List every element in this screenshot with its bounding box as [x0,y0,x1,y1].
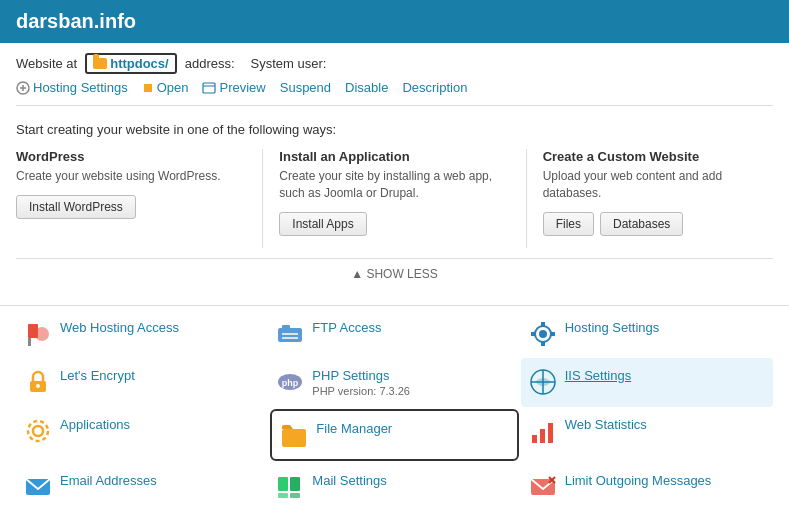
grid-item-hosting-settings[interactable]: Hosting Settings [521,310,773,358]
divider-1 [16,105,773,106]
custom-website-card: Create a Custom Website Upload your web … [527,149,773,248]
features-grid: Web Hosting Access FTP Access Hosting Se… [16,310,773,511]
wordpress-desc: Create your website using WordPress. [16,168,246,185]
grid-item-web-hosting-access[interactable]: Web Hosting Access [16,310,268,358]
httpdocs-badge[interactable]: httpdocs/ [85,53,177,74]
install-app-title: Install an Application [279,149,509,164]
actions-row: Hosting Settings Open Preview Suspend Di… [16,80,773,95]
svg-marker-3 [144,84,152,92]
svg-rect-8 [28,338,31,346]
file-manager-icon [280,421,308,449]
mail-settings-icon [276,473,304,501]
install-wordpress-button[interactable]: Install WordPress [16,195,136,219]
start-section: Start creating your website in one of th… [16,112,773,295]
start-title: Start creating your website in one of th… [16,122,773,137]
hosting-settings-label: Hosting Settings [33,80,128,95]
description-link[interactable]: Description [402,80,467,95]
chart-icon [529,417,557,445]
grid-item-mail-settings[interactable]: Mail Settings [268,463,520,511]
svg-rect-31 [548,423,553,443]
email-icon [24,473,52,501]
svg-rect-33 [278,477,288,491]
grid-item-ftp-access[interactable]: FTP Access [268,310,520,358]
svg-rect-15 [531,332,536,336]
hosting-settings-link[interactable]: Hosting Settings [16,80,128,95]
svg-rect-29 [532,435,537,443]
lets-encrypt-label: Let's Encrypt [60,368,135,383]
svg-point-14 [539,330,547,338]
grid-item-lets-encrypt[interactable]: Let's Encrypt [16,358,268,407]
files-button[interactable]: Files [543,212,594,236]
open-label: Open [157,80,189,95]
wordpress-card: WordPress Create your website using Word… [16,149,263,248]
install-apps-button[interactable]: Install Apps [279,212,366,236]
svg-rect-4 [203,83,215,93]
svg-rect-34 [290,477,300,491]
disable-label: Disable [345,80,388,95]
grid-item-applications[interactable]: Applications [16,407,268,463]
grid-item-php-settings[interactable]: php PHP Settings PHP version: 7.3.26 [268,358,520,407]
svg-rect-30 [540,429,545,443]
svg-rect-10 [282,325,290,329]
svg-rect-17 [541,322,545,327]
php-settings-text: PHP Settings PHP version: 7.3.26 [312,368,410,397]
grid-item-web-statistics[interactable]: Web Statistics [521,407,773,463]
limit-icon [529,473,557,501]
file-manager-label: File Manager [316,421,392,436]
iis-settings-label: IIS Settings [565,368,631,383]
website-row: Website at httpdocs/ address: System use… [16,53,773,74]
gear-icon [24,417,52,445]
databases-button[interactable]: Databases [600,212,683,236]
suspend-label: Suspend [280,80,331,95]
description-label: Description [402,80,467,95]
hosting-settings-icon [529,320,557,348]
show-less-row[interactable]: ▲ SHOW LESS [16,258,773,289]
hosting-settings-label: Hosting Settings [565,320,660,335]
disable-link[interactable]: Disable [345,80,388,95]
install-app-card: Install an Application Create your site … [263,149,526,248]
cards-row: WordPress Create your website using Word… [16,149,773,248]
tools-icon [16,81,30,95]
php-icon: php [276,368,304,396]
applications-label: Applications [60,417,130,432]
svg-rect-36 [290,493,300,498]
custom-desc: Upload your web content and add database… [543,168,773,202]
php-settings-label: PHP Settings [312,368,410,383]
svg-point-27 [28,421,48,441]
suspend-link[interactable]: Suspend [280,80,331,95]
web-statistics-label: Web Statistics [565,417,647,432]
web-hosting-access-label: Web Hosting Access [60,320,179,335]
system-user-label: System user: [251,56,327,71]
grid-item-file-manager[interactable]: File Manager [270,409,518,461]
svg-rect-28 [282,429,306,447]
website-at-label: Website at [16,56,77,71]
svg-point-26 [33,426,43,436]
svg-rect-9 [278,328,302,342]
svg-text:php: php [282,378,299,388]
preview-link[interactable]: Preview [202,80,265,95]
grid-item-limit-outgoing[interactable]: Limit Outgoing Messages [521,463,773,511]
chevron-up-icon: ▲ [351,267,363,281]
address-label: address: [185,56,235,71]
preview-icon [202,81,216,95]
domain-title: darsban.info [16,10,136,32]
grid-section: Web Hosting Access FTP Access Hosting Se… [0,305,789,514]
show-less-label: SHOW LESS [366,267,437,281]
top-content: Website at httpdocs/ address: System use… [0,43,789,305]
limit-outgoing-label: Limit Outgoing Messages [565,473,712,488]
page-header: darsban.info [0,0,789,43]
folder-icon [93,58,107,69]
email-addresses-label: Email Addresses [60,473,157,488]
svg-rect-35 [278,493,288,498]
grid-item-email-addresses[interactable]: Email Addresses [16,463,268,511]
open-link[interactable]: Open [142,80,189,95]
preview-label: Preview [219,80,265,95]
svg-rect-16 [550,332,555,336]
lock-icon [24,368,52,396]
php-version-sub: PHP version: 7.3.26 [312,385,410,397]
mail-settings-label: Mail Settings [312,473,386,488]
wordpress-title: WordPress [16,149,246,164]
grid-item-iis-settings[interactable]: IIS Settings [521,358,773,407]
flag-icon [24,320,52,348]
custom-title: Create a Custom Website [543,149,773,164]
